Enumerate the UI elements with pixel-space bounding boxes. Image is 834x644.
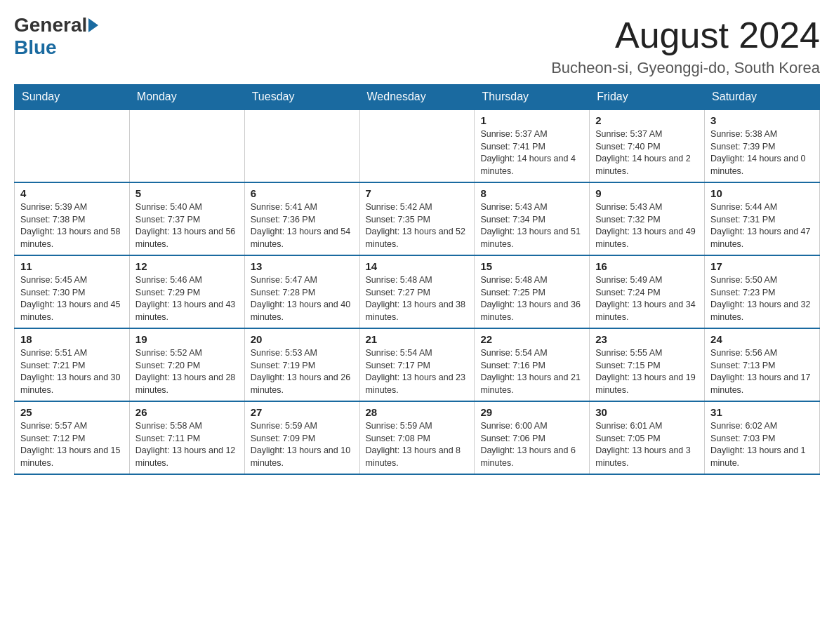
day-number: 18 bbox=[20, 333, 124, 345]
day-number: 19 bbox=[135, 333, 239, 345]
calendar-week-3: 11Sunrise: 5:45 AMSunset: 7:30 PMDayligh… bbox=[15, 255, 820, 328]
calendar-cell: 25Sunrise: 5:57 AMSunset: 7:12 PMDayligh… bbox=[15, 401, 130, 474]
calendar-cell: 19Sunrise: 5:52 AMSunset: 7:20 PMDayligh… bbox=[129, 328, 244, 401]
calendar-cell: 31Sunrise: 6:02 AMSunset: 7:03 PMDayligh… bbox=[705, 401, 820, 474]
day-info: Sunrise: 5:42 AMSunset: 7:35 PMDaylight:… bbox=[366, 201, 469, 250]
calendar-cell: 10Sunrise: 5:44 AMSunset: 7:31 PMDayligh… bbox=[705, 182, 820, 255]
day-number: 14 bbox=[366, 260, 469, 272]
calendar-cell: 15Sunrise: 5:48 AMSunset: 7:25 PMDayligh… bbox=[475, 255, 590, 328]
day-info: Sunrise: 5:43 AMSunset: 7:32 PMDaylight:… bbox=[595, 201, 699, 250]
calendar-cell: 9Sunrise: 5:43 AMSunset: 7:32 PMDaylight… bbox=[590, 182, 705, 255]
logo-blue-text: Blue bbox=[14, 36, 57, 59]
weekday-header-saturday: Saturday bbox=[705, 85, 820, 110]
day-number: 26 bbox=[135, 406, 239, 418]
calendar-cell: 30Sunrise: 6:01 AMSunset: 7:05 PMDayligh… bbox=[590, 401, 705, 474]
day-info: Sunrise: 5:53 AMSunset: 7:19 PMDaylight:… bbox=[251, 347, 354, 396]
title-section: August 2024 Bucheon-si, Gyeonggi-do, Sou… bbox=[551, 14, 820, 77]
location-title: Bucheon-si, Gyeonggi-do, South Korea bbox=[551, 59, 820, 77]
day-number: 21 bbox=[366, 333, 469, 345]
calendar-table: SundayMondayTuesdayWednesdayThursdayFrid… bbox=[14, 84, 820, 475]
day-number: 10 bbox=[710, 187, 814, 199]
day-number: 7 bbox=[366, 187, 469, 199]
day-number: 13 bbox=[251, 260, 354, 272]
calendar-cell: 17Sunrise: 5:50 AMSunset: 7:23 PMDayligh… bbox=[705, 255, 820, 328]
day-number: 3 bbox=[710, 114, 814, 126]
logo-arrow-icon bbox=[88, 18, 98, 32]
day-number: 24 bbox=[710, 333, 814, 345]
logo-blue: Blue bbox=[14, 36, 57, 58]
day-info: Sunrise: 5:59 AMSunset: 7:09 PMDaylight:… bbox=[251, 420, 354, 469]
logo-text: General bbox=[14, 14, 100, 36]
calendar-cell: 23Sunrise: 5:55 AMSunset: 7:15 PMDayligh… bbox=[590, 328, 705, 401]
day-info: Sunrise: 5:47 AMSunset: 7:28 PMDaylight:… bbox=[251, 274, 354, 323]
day-info: Sunrise: 6:02 AMSunset: 7:03 PMDaylight:… bbox=[710, 420, 814, 469]
day-number: 15 bbox=[480, 260, 583, 272]
calendar-cell: 13Sunrise: 5:47 AMSunset: 7:28 PMDayligh… bbox=[244, 255, 359, 328]
calendar-cell: 28Sunrise: 5:59 AMSunset: 7:08 PMDayligh… bbox=[359, 401, 475, 474]
calendar-cell: 11Sunrise: 5:45 AMSunset: 7:30 PMDayligh… bbox=[15, 255, 130, 328]
logo: General Blue bbox=[14, 14, 100, 59]
day-info: Sunrise: 5:52 AMSunset: 7:20 PMDaylight:… bbox=[135, 347, 239, 396]
day-number: 28 bbox=[366, 406, 469, 418]
calendar-week-1: 1Sunrise: 5:37 AMSunset: 7:41 PMDaylight… bbox=[15, 109, 820, 182]
day-info: Sunrise: 5:40 AMSunset: 7:37 PMDaylight:… bbox=[135, 201, 239, 250]
calendar-cell bbox=[244, 109, 359, 182]
day-number: 17 bbox=[710, 260, 814, 272]
day-number: 11 bbox=[20, 260, 124, 272]
calendar-cell: 21Sunrise: 5:54 AMSunset: 7:17 PMDayligh… bbox=[359, 328, 475, 401]
calendar-cell: 6Sunrise: 5:41 AMSunset: 7:36 PMDaylight… bbox=[244, 182, 359, 255]
day-info: Sunrise: 5:50 AMSunset: 7:23 PMDaylight:… bbox=[710, 274, 814, 323]
calendar-cell bbox=[359, 109, 475, 182]
day-info: Sunrise: 5:46 AMSunset: 7:29 PMDaylight:… bbox=[135, 274, 239, 323]
day-number: 30 bbox=[595, 406, 699, 418]
day-number: 5 bbox=[135, 187, 239, 199]
day-info: Sunrise: 5:41 AMSunset: 7:36 PMDaylight:… bbox=[251, 201, 354, 250]
day-number: 8 bbox=[480, 187, 583, 199]
day-info: Sunrise: 5:44 AMSunset: 7:31 PMDaylight:… bbox=[710, 201, 814, 250]
calendar-header-row: SundayMondayTuesdayWednesdayThursdayFrid… bbox=[15, 85, 820, 110]
weekday-header-friday: Friday bbox=[590, 85, 705, 110]
day-info: Sunrise: 5:56 AMSunset: 7:13 PMDaylight:… bbox=[710, 347, 814, 396]
calendar-cell: 18Sunrise: 5:51 AMSunset: 7:21 PMDayligh… bbox=[15, 328, 130, 401]
calendar-week-5: 25Sunrise: 5:57 AMSunset: 7:12 PMDayligh… bbox=[15, 401, 820, 474]
day-number: 4 bbox=[20, 187, 124, 199]
day-info: Sunrise: 5:48 AMSunset: 7:27 PMDaylight:… bbox=[366, 274, 469, 323]
day-info: Sunrise: 5:51 AMSunset: 7:21 PMDaylight:… bbox=[20, 347, 124, 396]
day-number: 12 bbox=[135, 260, 239, 272]
day-info: Sunrise: 5:58 AMSunset: 7:11 PMDaylight:… bbox=[135, 420, 239, 469]
day-number: 6 bbox=[251, 187, 354, 199]
weekday-header-thursday: Thursday bbox=[475, 85, 590, 110]
day-number: 9 bbox=[595, 187, 699, 199]
day-info: Sunrise: 5:48 AMSunset: 7:25 PMDaylight:… bbox=[480, 274, 583, 323]
month-title: August 2024 bbox=[551, 14, 820, 56]
day-info: Sunrise: 6:01 AMSunset: 7:05 PMDaylight:… bbox=[595, 420, 699, 469]
calendar-cell: 7Sunrise: 5:42 AMSunset: 7:35 PMDaylight… bbox=[359, 182, 475, 255]
calendar-cell: 4Sunrise: 5:39 AMSunset: 7:38 PMDaylight… bbox=[15, 182, 130, 255]
calendar-cell: 8Sunrise: 5:43 AMSunset: 7:34 PMDaylight… bbox=[475, 182, 590, 255]
calendar-cell: 22Sunrise: 5:54 AMSunset: 7:16 PMDayligh… bbox=[475, 328, 590, 401]
calendar-cell: 12Sunrise: 5:46 AMSunset: 7:29 PMDayligh… bbox=[129, 255, 244, 328]
calendar-cell: 29Sunrise: 6:00 AMSunset: 7:06 PMDayligh… bbox=[475, 401, 590, 474]
day-info: Sunrise: 6:00 AMSunset: 7:06 PMDaylight:… bbox=[480, 420, 583, 469]
calendar-cell: 20Sunrise: 5:53 AMSunset: 7:19 PMDayligh… bbox=[244, 328, 359, 401]
day-info: Sunrise: 5:37 AMSunset: 7:40 PMDaylight:… bbox=[595, 128, 699, 177]
calendar-cell: 26Sunrise: 5:58 AMSunset: 7:11 PMDayligh… bbox=[129, 401, 244, 474]
calendar-cell bbox=[129, 109, 244, 182]
day-info: Sunrise: 5:43 AMSunset: 7:34 PMDaylight:… bbox=[480, 201, 583, 250]
day-info: Sunrise: 5:54 AMSunset: 7:17 PMDaylight:… bbox=[366, 347, 469, 396]
weekday-header-tuesday: Tuesday bbox=[244, 85, 359, 110]
calendar-cell: 2Sunrise: 5:37 AMSunset: 7:40 PMDaylight… bbox=[590, 109, 705, 182]
day-number: 23 bbox=[595, 333, 699, 345]
day-number: 31 bbox=[710, 406, 814, 418]
calendar-week-2: 4Sunrise: 5:39 AMSunset: 7:38 PMDaylight… bbox=[15, 182, 820, 255]
weekday-header-monday: Monday bbox=[129, 85, 244, 110]
day-number: 29 bbox=[480, 406, 583, 418]
page-header: General Blue August 2024 Bucheon-si, Gye… bbox=[14, 14, 820, 77]
calendar-cell: 27Sunrise: 5:59 AMSunset: 7:09 PMDayligh… bbox=[244, 401, 359, 474]
day-number: 16 bbox=[595, 260, 699, 272]
weekday-header-sunday: Sunday bbox=[15, 85, 130, 110]
day-number: 25 bbox=[20, 406, 124, 418]
calendar-cell: 5Sunrise: 5:40 AMSunset: 7:37 PMDaylight… bbox=[129, 182, 244, 255]
calendar-cell: 3Sunrise: 5:38 AMSunset: 7:39 PMDaylight… bbox=[705, 109, 820, 182]
day-info: Sunrise: 5:59 AMSunset: 7:08 PMDaylight:… bbox=[366, 420, 469, 469]
